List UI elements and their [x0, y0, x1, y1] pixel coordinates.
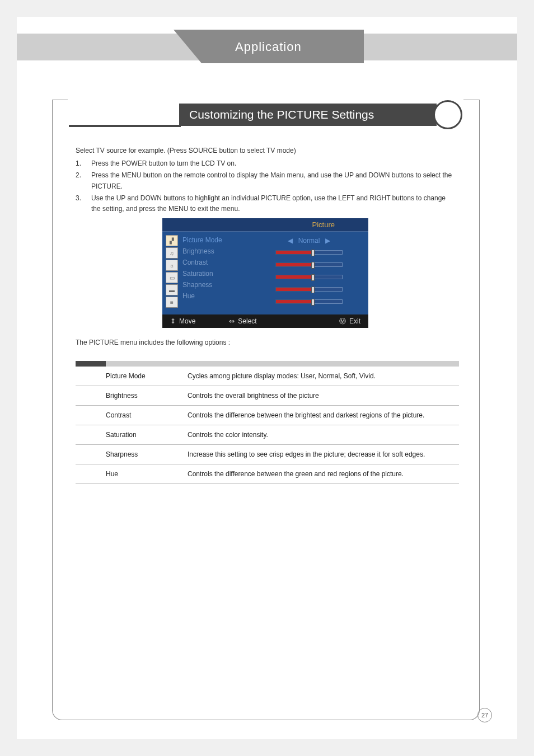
osd-item-label: Hue [182, 292, 261, 300]
clock-icon: ☼ [166, 260, 178, 271]
step-item: 2. Press the MENU button on the remote c… [76, 170, 456, 191]
slider [275, 262, 343, 268]
option-name: Sharpness [76, 450, 188, 458]
option-desc: Increase this setting to see crisp edges… [188, 450, 459, 458]
option-name: Saturation [76, 431, 188, 439]
osd-body: ▞ ♫ ☼ ▭ ▬ ≡ Picture Mode Brightness Cont… [162, 232, 368, 314]
option-desc: Controls the color intensity. [188, 431, 459, 439]
osd-labels: Picture Mode Brightness Contrast Saturat… [182, 232, 261, 314]
osd-footer: ⇕ Move ⇔ Select Ⓜ Exit [162, 314, 368, 328]
menu-icon: Ⓜ [339, 317, 346, 326]
option-desc: Controls the overall brightness of the p… [188, 392, 459, 400]
updown-icon: ⇕ [170, 317, 176, 325]
steps-list: 1. Press the POWER button to turn the LC… [76, 158, 456, 214]
step-item: 1. Press the POWER button to turn the LC… [76, 158, 456, 169]
osd-value: Normal [298, 237, 320, 245]
leftright-icon: ⇔ [229, 317, 235, 325]
right-arrow-icon: ▶ [325, 237, 330, 245]
section-title: Customizing the PICTURE Settings [189, 108, 374, 121]
osd-slider-row [261, 261, 357, 270]
picture-icon: ▞ [166, 235, 178, 246]
step-text: Use the UP and DOWN buttons to highlight… [91, 193, 456, 214]
slider [275, 275, 343, 280]
osd-value-row: ◀ Normal ▶ [261, 236, 357, 245]
osd-item-label: Saturation [182, 270, 261, 278]
section-lead-bar [69, 125, 181, 127]
select-label: Select [238, 317, 256, 325]
instructions: Select TV source for example. (Press SOU… [76, 145, 456, 215]
intro-text: Select TV source for example. (Press SOU… [76, 145, 456, 156]
slider [275, 287, 343, 293]
osd-icon-column: ▞ ♫ ☼ ▭ ▬ ≡ [162, 232, 182, 314]
option-row: Saturation Controls the color intensity. [76, 425, 459, 445]
header-title: Application [235, 40, 302, 54]
page: Application Customizing the PICTURE Sett… [17, 17, 517, 739]
step-item: 3. Use the UP and DOWN buttons to highli… [76, 193, 456, 214]
option-row: Brightness Controls the overall brightne… [76, 386, 459, 406]
osd-slider-row [261, 298, 357, 307]
step-number: 3. [76, 193, 91, 214]
osd-title-bar: Picture [162, 218, 368, 232]
move-hint: ⇕ Move [170, 317, 195, 325]
move-label: Move [179, 317, 195, 325]
step-number: 1. [76, 158, 91, 169]
options-intro: The PICTURE menu includes the following … [76, 339, 230, 346]
exit-hint: Ⓜ Exit [339, 317, 360, 326]
slider [275, 299, 343, 305]
page-number: 27 [477, 708, 492, 722]
step-text: Press the POWER button to turn the LCD T… [91, 158, 456, 169]
osd-item-label: Shapness [182, 281, 261, 289]
frame-top-left [52, 100, 68, 100]
osd-slider-row [261, 248, 357, 257]
option-desc: Controls the difference between the gree… [188, 470, 459, 478]
osd-item-label: Contrast [182, 259, 261, 266]
option-desc: Cycles among picture display modes: User… [188, 372, 459, 380]
list-icon: ≡ [166, 297, 178, 308]
options-header-bar [76, 361, 459, 367]
option-name: Picture Mode [76, 372, 188, 380]
option-row: Sharpness Increase this setting to see c… [76, 445, 459, 464]
osd-item-label: Picture Mode [182, 236, 261, 244]
osd-values: ◀ Normal ▶ [261, 232, 368, 314]
osd-screenshot: Picture ▞ ♫ ☼ ▭ ▬ ≡ Picture Mode Brightn… [162, 218, 368, 328]
osd-title: Picture [312, 220, 335, 229]
option-name: Brightness [76, 392, 188, 400]
slider [275, 250, 343, 256]
options-table: Picture Mode Cycles among picture displa… [76, 361, 459, 484]
step-number: 2. [76, 170, 91, 191]
options-icon: ▭ [166, 272, 178, 283]
osd-slider-row [261, 273, 357, 282]
osd-item-label: Brightness [182, 247, 261, 255]
option-row: Picture Mode Cycles among picture displa… [76, 367, 459, 386]
select-hint: ⇔ Select [229, 317, 256, 325]
option-row: Hue Controls the difference between the … [76, 464, 459, 484]
section-heading: Customizing the PICTURE Settings [179, 104, 437, 126]
option-row: Contrast Controls the difference between… [76, 406, 459, 425]
screen-icon: ▬ [166, 284, 178, 295]
sound-icon: ♫ [166, 247, 178, 259]
step-text: Press the MENU button on the remote cont… [91, 170, 456, 191]
left-arrow-icon: ◀ [288, 237, 293, 245]
exit-label: Exit [349, 317, 360, 325]
option-name: Hue [76, 470, 188, 478]
osd-slider-row [261, 285, 357, 294]
option-name: Contrast [76, 411, 188, 419]
section-bullet [433, 100, 462, 129]
header-tab: Application [174, 30, 364, 63]
option-desc: Controls the difference between the brig… [188, 411, 459, 419]
frame-top-right [463, 100, 480, 100]
